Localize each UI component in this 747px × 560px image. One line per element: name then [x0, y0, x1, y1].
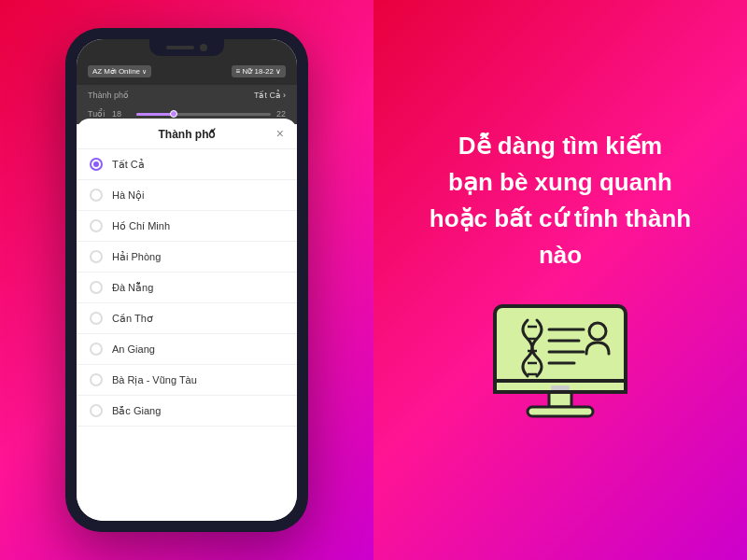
radio-button[interactable]: [90, 250, 103, 263]
radio-button[interactable]: [90, 189, 103, 202]
age-max: 22: [276, 109, 286, 119]
heading-line-3: hoặc bất cứ tỉnh thành nào: [411, 201, 710, 273]
city-value-text: Tất Cả: [254, 91, 281, 100]
age-label: Tuổi: [88, 109, 106, 119]
chevron-icon: ∨: [142, 68, 147, 76]
radio-button[interactable]: [90, 343, 103, 356]
city-modal: Thành phố × Tất CảHà NộiHồ Chí MinhHải P…: [77, 119, 297, 521]
notch-speaker: [166, 46, 194, 49]
city-name-text: Đà Nẵng: [112, 282, 153, 294]
city-list-item[interactable]: Đà Nẵng: [77, 273, 297, 303]
city-name-text: An Giang: [112, 343, 155, 355]
city-name-text: Cần Thơ: [112, 313, 153, 325]
age-slider-track[interactable]: [136, 113, 271, 116]
city-list-item[interactable]: Bắc Giang: [77, 396, 297, 427]
notch-camera: [200, 44, 207, 51]
city-name-text: Bắc Giang: [112, 405, 161, 417]
filter-icon: ≡: [236, 67, 241, 76]
city-name-text: Hồ Chí Minh: [112, 220, 170, 232]
online-badge[interactable]: AZ Mới Online ∨: [88, 65, 151, 77]
right-heading: Dễ dàng tìm kiếm bạn bè xung quanh hoặc …: [411, 128, 710, 273]
city-filter-row[interactable]: Thành phố Tất Cả ›: [77, 85, 297, 105]
modal-close-button[interactable]: ×: [276, 126, 284, 141]
gender-filter-badge[interactable]: ≡ Nữ 18-22 ∨: [232, 65, 286, 77]
az-label: AZ: [92, 67, 102, 76]
heading-line-1: Dễ dàng tìm kiếm: [411, 128, 710, 164]
phone-frame: AZ Mới Online ∨ ≡ Nữ 18-22 ∨ Thành phố T…: [65, 28, 308, 532]
slider-thumb[interactable]: [170, 110, 177, 118]
city-list-item[interactable]: Hồ Chí Minh: [77, 211, 297, 242]
monitor-illustration: [486, 301, 635, 432]
city-list-item[interactable]: Bà Rịa - Vũng Tàu: [77, 365, 297, 396]
city-name-text: Tất Cả: [112, 159, 145, 171]
phone-screen: AZ Mới Online ∨ ≡ Nữ 18-22 ∨ Thành phố T…: [77, 39, 297, 521]
svg-rect-3: [528, 407, 593, 416]
city-filter-value: Tất Cả ›: [254, 91, 286, 100]
radio-button[interactable]: [90, 219, 103, 232]
city-list-item[interactable]: An Giang: [77, 334, 297, 365]
city-filter-label: Thành phố: [88, 91, 129, 100]
city-list-item[interactable]: Tất Cả: [77, 149, 297, 180]
chevron-icon-2: ∨: [275, 67, 281, 76]
modal-header: Thành phố ×: [77, 119, 297, 149]
radio-button[interactable]: [90, 373, 103, 386]
modal-title: Thành phố: [159, 128, 216, 141]
radio-button[interactable]: [90, 404, 103, 417]
chevron-right-icon: ›: [283, 91, 286, 100]
city-list-item[interactable]: Hải Phòng: [77, 242, 297, 273]
city-list-item[interactable]: Cần Thơ: [77, 303, 297, 334]
right-panel: Dễ dàng tìm kiếm bạn bè xung quanh hoặc …: [374, 0, 747, 560]
heading-line-2: bạn bè xung quanh: [411, 164, 710, 201]
gender-label: Nữ 18-22: [243, 67, 274, 76]
svg-rect-1: [504, 315, 616, 382]
phone-notch: [149, 39, 224, 56]
city-list-item[interactable]: Hà Nội: [77, 180, 297, 211]
svg-rect-5: [551, 385, 570, 390]
city-name-text: Hải Phòng: [112, 251, 161, 263]
city-name-text: Hà Nội: [112, 189, 145, 202]
radio-button[interactable]: [90, 281, 103, 294]
online-label: Mới Online: [104, 67, 140, 76]
radio-button[interactable]: [90, 312, 103, 325]
radio-button[interactable]: [90, 158, 103, 171]
left-panel: AZ Mới Online ∨ ≡ Nữ 18-22 ∨ Thành phố T…: [0, 0, 374, 560]
city-name-text: Bà Rịa - Vũng Tàu: [112, 374, 197, 386]
age-min: 18: [112, 109, 131, 119]
radio-inner: [93, 161, 99, 167]
city-list: Tất CảHà NộiHồ Chí MinhHải PhòngĐà NẵngC…: [77, 149, 297, 518]
